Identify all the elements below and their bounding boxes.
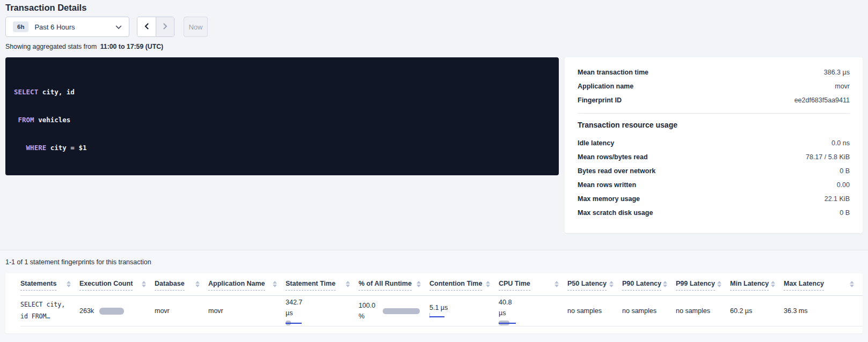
sql-line: FROM vehicles: [14, 115, 550, 124]
column-header-contention-time[interactable]: Contention Time: [429, 273, 499, 296]
sort-icon: [346, 281, 350, 291]
column-header-cpu-time[interactable]: CPU Time: [499, 273, 567, 296]
sort-icon: [195, 281, 200, 291]
statements-table-header-row: Statements Execution Count Database Appl…: [20, 273, 863, 296]
p99-latency-cell: no samples: [676, 296, 730, 326]
sort-icon: [555, 281, 559, 291]
transaction-details-page: Transaction Details 6h Past 6 Hours Now: [0, 0, 868, 342]
summary-row-application-name: Application name movr: [578, 79, 850, 93]
previous-time-button[interactable]: [137, 17, 156, 36]
summary-divider: [578, 113, 850, 114]
p90-latency-cell: no samples: [622, 296, 676, 326]
sort-icon: [67, 281, 71, 291]
column-header-p90-latency[interactable]: P90 Latency: [622, 273, 676, 296]
statements-table: Statements Execution Count Database Appl…: [20, 273, 863, 326]
now-button[interactable]: Now: [184, 17, 208, 37]
transaction-summary-panel: Mean transaction time 386.3 µs Applicati…: [565, 57, 863, 233]
execution-count-bar: [99, 308, 124, 315]
summary-row-mean-rows-bytes-read: Mean rows/bytes read 78.17 / 5.8 KiB: [578, 150, 850, 164]
column-header-p50-latency[interactable]: P50 Latency: [567, 273, 622, 296]
resource-usage-heading: Transaction resource usage: [578, 121, 850, 129]
stats-time-range: 11:00 to 17:59 (UTC): [100, 43, 164, 50]
p50-latency-cell: no samples: [567, 296, 622, 326]
sort-icon: [609, 281, 614, 291]
column-header-statement-time[interactable]: Statement Time: [286, 273, 359, 296]
sort-icon: [273, 281, 277, 291]
contention-time-bar: [429, 314, 446, 318]
sql-statement-box: SELECT city, id FROM vehicles WHERE city…: [5, 57, 559, 175]
min-latency-cell: 60.2 µs: [730, 296, 784, 326]
pct-of-all-runtime-cell: 100.0 %: [359, 296, 429, 326]
time-range-badge: 6h: [13, 21, 28, 32]
column-header-min-latency[interactable]: Min Latency: [730, 273, 784, 296]
page-title: Transaction Details: [5, 3, 86, 13]
cpu-time-cell: 40.8 µs: [499, 296, 567, 326]
time-range-dropdown[interactable]: 6h Past 6 Hours: [5, 17, 129, 37]
summary-row-max-scratch-disk-usage: Max scratch disk usage 0 B: [578, 206, 850, 220]
summary-row-max-memory-usage: Max memory usage 22.1 KiB: [578, 192, 850, 206]
sort-icon: [486, 281, 490, 291]
column-header-pct-of-all-runtime[interactable]: % of All Runtime: [359, 273, 429, 296]
statement-time-cell: 342.7 µs: [286, 296, 359, 326]
statement-cell: SELECT city, id FROM…: [20, 296, 79, 326]
sort-icon: [417, 281, 421, 291]
column-header-application-name[interactable]: Application Name: [208, 273, 286, 296]
summary-row-fingerprint-id: Fingerprint ID ee2df683f5aa9411: [578, 93, 850, 107]
sql-line: WHERE city = $1: [14, 143, 550, 152]
statement-link[interactable]: SELECT city, id FROM…: [20, 299, 70, 323]
time-picker-row: 6h Past 6 Hours Now: [5, 17, 208, 37]
chevron-down-icon: [115, 22, 122, 32]
statement-fingerprints-count-text: 1-1 of 1 statement fingerprints for this…: [5, 258, 151, 266]
statements-table-card: Statements Execution Count Database Appl…: [5, 273, 863, 333]
time-range-label: Past 6 Hours: [34, 23, 115, 31]
execution-count-cell: 263k: [79, 296, 155, 326]
aggregated-stats-text: Showing aggregated stats from 11:00 to 1…: [5, 43, 163, 50]
column-header-database[interactable]: Database: [155, 273, 208, 296]
database-cell: movr: [155, 296, 208, 326]
sort-icon: [663, 281, 667, 291]
column-header-max-latency[interactable]: Max Latency: [784, 273, 863, 296]
statement-time-bar: [286, 321, 304, 325]
column-header-statements[interactable]: Statements: [20, 273, 79, 296]
cpu-time-bar: [499, 321, 517, 325]
contention-time-cell: 5.1 µs: [429, 296, 499, 326]
time-step-button-group: [137, 17, 174, 37]
summary-row-mean-rows-written: Mean rows written 0.00: [578, 178, 850, 192]
sort-icon: [771, 281, 775, 291]
max-latency-cell: 36.3 ms: [784, 296, 863, 326]
summary-row-mean-transaction-time: Mean transaction time 386.3 µs: [578, 65, 850, 79]
summary-row-idle-latency: Idle latency 0.0 ns: [578, 136, 850, 150]
stats-prefix: Showing aggregated stats from: [5, 43, 97, 50]
chevron-left-icon: [144, 23, 150, 31]
sort-icon: [142, 281, 146, 291]
summary-row-bytes-read-over-network: Bytes read over network 0 B: [578, 164, 850, 178]
column-header-p99-latency[interactable]: P99 Latency: [676, 273, 730, 296]
chevron-right-icon: [162, 23, 168, 31]
application-name-cell: movr: [208, 296, 286, 326]
sql-line: SELECT city, id: [14, 87, 550, 96]
sort-icon: [850, 281, 854, 291]
sort-icon: [717, 281, 721, 291]
column-header-execution-count[interactable]: Execution Count: [79, 273, 155, 296]
pct-runtime-bar: [383, 308, 420, 314]
next-time-button[interactable]: [156, 17, 174, 36]
statement-row: SELECT city, id FROM… 263k movr movr 342…: [20, 296, 863, 326]
